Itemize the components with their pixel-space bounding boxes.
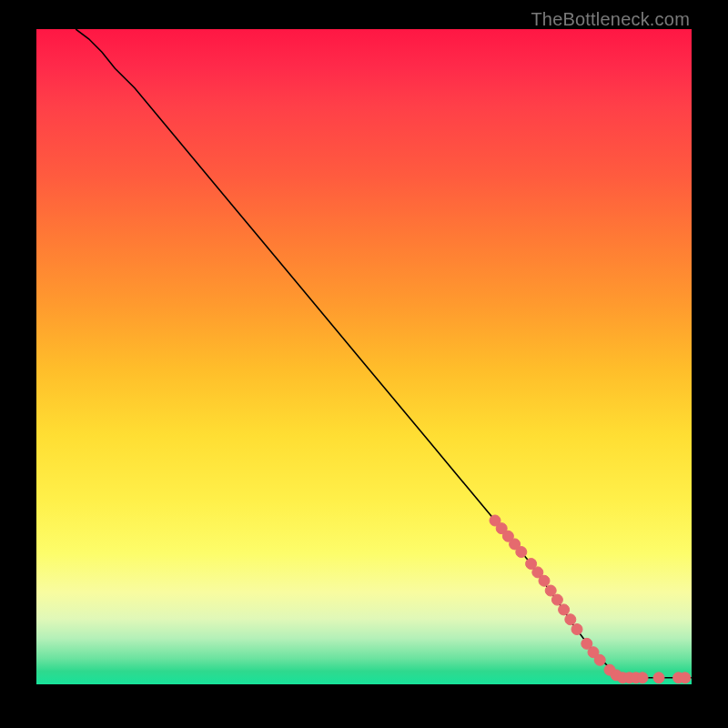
marker-point [551,594,562,605]
marker-point [594,654,605,665]
bottleneck-curve [76,29,692,678]
watermark-text: TheBottleneck.com [531,9,690,30]
marker-point [653,672,664,683]
marker-point [680,672,691,683]
marker-point [565,614,576,625]
chart-svg [36,29,692,684]
marker-point [539,575,550,586]
chart-stage: TheBottleneck.com [0,0,728,728]
marker-point [637,672,648,683]
marker-point [545,585,556,596]
marker-point [559,604,570,615]
marker-point [571,624,582,635]
highlighted-points [490,515,691,683]
marker-point [516,547,527,558]
plot-area [36,29,692,684]
